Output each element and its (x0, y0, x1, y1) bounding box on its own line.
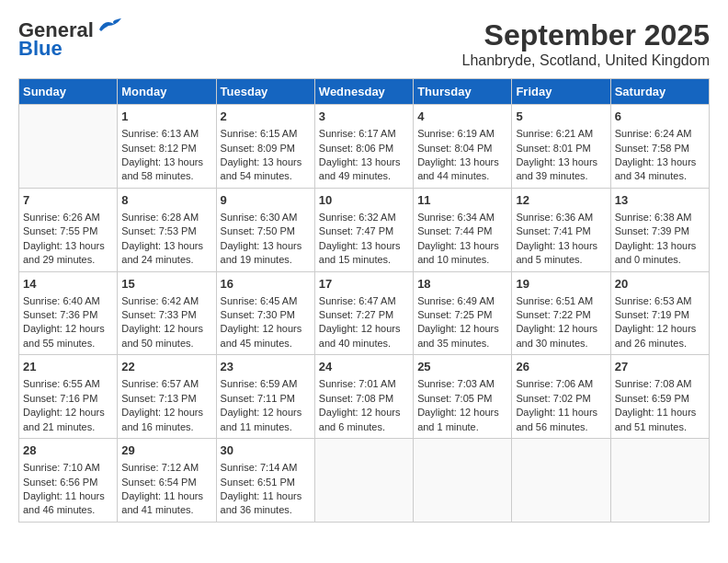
day-number: 27 (615, 359, 705, 375)
daylight-text: Daylight: 13 hours and 5 minutes. (516, 240, 597, 265)
calendar-cell: 8 Sunrise: 6:28 AM Sunset: 7:53 PM Dayli… (118, 188, 216, 271)
sunrise-text: Sunrise: 6:15 AM (221, 128, 298, 139)
daylight-text: Daylight: 13 hours and 0 minutes. (615, 240, 697, 265)
daylight-text: Daylight: 13 hours and 44 minutes. (417, 156, 499, 181)
calendar-cell: 30 Sunrise: 7:14 AM Sunset: 6:51 PM Dayl… (216, 439, 314, 523)
day-number: 13 (615, 192, 705, 209)
calendar-cell: 11 Sunrise: 6:34 AM Sunset: 7:44 PM Dayl… (414, 188, 512, 271)
sunrise-text: Sunrise: 6:21 AM (516, 128, 593, 139)
sunset-text: Sunset: 7:02 PM (516, 393, 590, 404)
daylight-text: Daylight: 12 hours and 50 minutes. (121, 323, 203, 348)
calendar-cell: 18 Sunrise: 6:49 AM Sunset: 7:25 PM Dayl… (414, 271, 512, 355)
sunrise-text: Sunrise: 6:57 AM (121, 378, 199, 389)
sunset-text: Sunset: 7:13 PM (121, 393, 196, 404)
sunrise-text: Sunrise: 7:03 AM (417, 378, 495, 389)
day-number: 9 (221, 192, 311, 209)
day-number: 30 (221, 442, 311, 459)
sunset-text: Sunset: 7:33 PM (121, 309, 196, 320)
day-number: 19 (516, 276, 606, 293)
day-number: 26 (516, 359, 606, 375)
sunrise-text: Sunrise: 6:13 AM (121, 128, 199, 139)
daylight-text: Daylight: 11 hours and 41 minutes. (121, 490, 203, 515)
sunrise-text: Sunrise: 6:38 AM (615, 212, 692, 223)
day-number: 25 (417, 359, 507, 375)
day-number: 1 (121, 109, 211, 125)
calendar-cell (414, 439, 512, 523)
sunrise-text: Sunrise: 7:06 AM (516, 378, 593, 389)
calendar-cell: 24 Sunrise: 7:01 AM Sunset: 7:08 PM Dayl… (314, 355, 413, 439)
header-row: SundayMondayTuesdayWednesdayThursdayFrid… (19, 79, 710, 105)
calendar-cell: 16 Sunrise: 6:45 AM Sunset: 7:30 PM Dayl… (216, 271, 314, 355)
sunrise-text: Sunrise: 6:34 AM (417, 212, 495, 223)
day-number: 15 (121, 276, 211, 293)
daylight-text: Daylight: 13 hours and 39 minutes. (516, 156, 597, 181)
sunrise-text: Sunrise: 6:32 AM (319, 212, 396, 223)
sunset-text: Sunset: 7:27 PM (319, 309, 393, 320)
day-number: 21 (23, 359, 113, 375)
sunrise-text: Sunrise: 6:19 AM (417, 128, 495, 139)
sunrise-text: Sunrise: 6:55 AM (23, 378, 100, 389)
sunset-text: Sunset: 6:54 PM (121, 477, 196, 488)
daylight-text: Daylight: 13 hours and 19 minutes. (221, 240, 302, 265)
sunrise-text: Sunrise: 6:28 AM (121, 212, 199, 223)
sunrise-text: Sunrise: 6:24 AM (615, 128, 692, 139)
day-number: 20 (615, 276, 705, 293)
daylight-text: Daylight: 11 hours and 36 minutes. (221, 490, 302, 515)
daylight-text: Daylight: 12 hours and 21 minutes. (23, 407, 105, 431)
day-number: 5 (516, 109, 606, 125)
week-row-4: 21 Sunrise: 6:55 AM Sunset: 7:16 PM Dayl… (19, 355, 710, 439)
sunset-text: Sunset: 6:59 PM (615, 393, 689, 404)
day-header-monday: Monday (118, 79, 216, 105)
sunset-text: Sunset: 7:11 PM (221, 393, 295, 404)
sunset-text: Sunset: 7:22 PM (516, 309, 590, 320)
sunrise-text: Sunrise: 7:10 AM (23, 462, 100, 473)
day-number: 2 (221, 109, 311, 125)
sunset-text: Sunset: 7:08 PM (319, 393, 393, 404)
month-title: September 2025 (461, 18, 710, 52)
sunrise-text: Sunrise: 6:47 AM (319, 295, 396, 306)
daylight-text: Daylight: 11 hours and 46 minutes. (23, 490, 105, 515)
sunset-text: Sunset: 7:19 PM (615, 309, 689, 320)
calendar-cell (19, 105, 118, 189)
sunset-text: Sunset: 7:36 PM (23, 309, 97, 320)
sunrise-text: Sunrise: 6:53 AM (615, 295, 692, 306)
calendar-cell: 22 Sunrise: 6:57 AM Sunset: 7:13 PM Dayl… (118, 355, 216, 439)
sunrise-text: Sunrise: 6:51 AM (516, 295, 593, 306)
day-header-sunday: Sunday (19, 79, 118, 105)
calendar-cell: 28 Sunrise: 7:10 AM Sunset: 6:56 PM Dayl… (19, 439, 118, 523)
week-row-2: 7 Sunrise: 6:26 AM Sunset: 7:55 PM Dayli… (19, 188, 710, 271)
daylight-text: Daylight: 13 hours and 24 minutes. (121, 240, 203, 265)
title-section: September 2025 Lhanbryde, Scotland, Unit… (461, 18, 710, 69)
daylight-text: Daylight: 12 hours and 11 minutes. (221, 407, 302, 431)
sunrise-text: Sunrise: 6:26 AM (23, 212, 100, 223)
daylight-text: Daylight: 12 hours and 55 minutes. (23, 323, 105, 348)
daylight-text: Daylight: 13 hours and 58 minutes. (121, 156, 203, 181)
daylight-text: Daylight: 13 hours and 29 minutes. (23, 240, 105, 265)
calendar-cell: 2 Sunrise: 6:15 AM Sunset: 8:09 PM Dayli… (216, 105, 314, 189)
day-number: 6 (615, 109, 705, 125)
sunset-text: Sunset: 7:58 PM (615, 143, 689, 154)
sunset-text: Sunset: 8:09 PM (221, 143, 295, 154)
sunset-text: Sunset: 7:47 PM (319, 225, 393, 236)
calendar-cell: 29 Sunrise: 7:12 AM Sunset: 6:54 PM Dayl… (118, 439, 216, 523)
calendar-cell: 20 Sunrise: 6:53 AM Sunset: 7:19 PM Dayl… (610, 271, 709, 355)
day-number: 17 (319, 276, 409, 293)
calendar-body: 1 Sunrise: 6:13 AM Sunset: 8:12 PM Dayli… (19, 105, 710, 523)
day-header-wednesday: Wednesday (314, 79, 413, 105)
sunrise-text: Sunrise: 7:08 AM (615, 378, 692, 389)
calendar-cell: 12 Sunrise: 6:36 AM Sunset: 7:41 PM Dayl… (512, 188, 610, 271)
day-number: 3 (319, 109, 409, 125)
sunrise-text: Sunrise: 6:40 AM (23, 295, 100, 306)
daylight-text: Daylight: 13 hours and 34 minutes. (615, 156, 697, 181)
sunset-text: Sunset: 6:51 PM (221, 477, 295, 488)
sunrise-text: Sunrise: 6:45 AM (221, 295, 298, 306)
week-row-3: 14 Sunrise: 6:40 AM Sunset: 7:36 PM Dayl… (19, 271, 710, 355)
calendar-cell: 27 Sunrise: 7:08 AM Sunset: 6:59 PM Dayl… (610, 355, 709, 439)
daylight-text: Daylight: 11 hours and 51 minutes. (615, 407, 697, 431)
sunset-text: Sunset: 7:55 PM (23, 225, 97, 236)
calendar-table: SundayMondayTuesdayWednesdayThursdayFrid… (18, 78, 710, 523)
daylight-text: Daylight: 11 hours and 56 minutes. (516, 407, 597, 431)
day-number: 11 (417, 192, 507, 209)
day-number: 29 (121, 442, 211, 459)
day-header-thursday: Thursday (414, 79, 512, 105)
